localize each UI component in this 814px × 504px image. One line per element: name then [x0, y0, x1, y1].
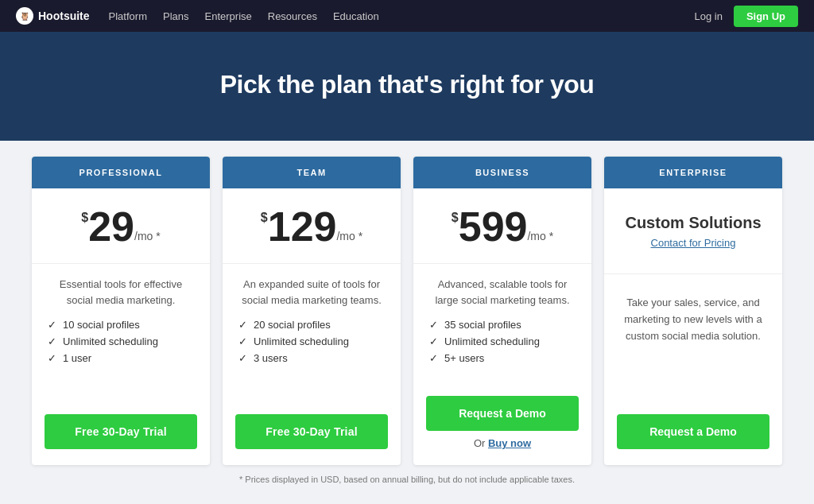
checkmark-icon: ✓	[238, 335, 247, 347]
logo: 🦉 Hootsuite	[16, 7, 90, 25]
plan-header-enterprise: ENTERPRISE	[604, 157, 782, 188]
feature-text: 3 users	[254, 352, 288, 364]
enterprise-contact-link[interactable]: Contact for Pricing	[651, 237, 736, 249]
plan-header-professional: PROFESSIONAL	[32, 157, 210, 188]
price-dollar: $	[81, 211, 88, 225]
feature-text: Unlimited scheduling	[63, 335, 158, 347]
feature-item: ✓ 3 users	[238, 352, 385, 364]
price-number: 129	[268, 206, 337, 247]
navbar: 🦉 Hootsuite PlatformPlansEnterpriseResou…	[0, 0, 814, 32]
feature-item: ✓ 20 social profiles	[238, 319, 385, 331]
demo-button-business[interactable]: Request a Demo	[426, 396, 579, 431]
checkmark-icon: ✓	[429, 352, 438, 364]
login-button[interactable]: Log in	[694, 10, 722, 22]
enterprise-description: Take your sales, service, and marketing …	[620, 287, 766, 352]
price-dollar: $	[261, 211, 268, 225]
feature-text: 20 social profiles	[254, 319, 331, 331]
plan-card-enterprise: ENTERPRISE Custom Solutions Contact for …	[604, 157, 782, 465]
checkmark-icon: ✓	[48, 319, 56, 331]
buy-now-line: Or Buy now	[426, 437, 579, 449]
feature-text: Unlimited scheduling	[444, 335, 540, 347]
logo-icon: 🦉	[16, 7, 33, 25]
plan-body-team: An expanded suite of tools for social me…	[223, 264, 401, 401]
plan-body-enterprise: Take your sales, service, and marketing …	[604, 274, 782, 401]
price-number: 599	[459, 206, 528, 247]
pricing-section: PROFESSIONAL $ 29 /mo * Essential tools …	[0, 141, 814, 504]
pricing-grid: PROFESSIONAL $ 29 /mo * Essential tools …	[32, 157, 782, 465]
checkmark-icon: ✓	[238, 352, 247, 364]
signup-button[interactable]: Sign Up	[734, 6, 798, 27]
plan-description: Advanced, scalable tools for large socia…	[429, 277, 576, 308]
plan-footer-enterprise: Request a Demo	[604, 401, 782, 465]
feature-text: 5+ users	[444, 352, 484, 364]
price-mo: /mo *	[134, 230, 161, 242]
price-dollar: $	[452, 211, 459, 225]
feature-text: 10 social profiles	[63, 319, 140, 331]
feature-item: ✓ Unlimited scheduling	[429, 335, 576, 347]
nav-links: PlatformPlansEnterpriseResourcesEducatio…	[109, 10, 379, 22]
feature-item: ✓ 5+ users	[429, 352, 576, 364]
checkmark-icon: ✓	[429, 335, 438, 347]
nav-link-education[interactable]: Education	[333, 10, 379, 22]
checkmark-icon: ✓	[48, 352, 56, 364]
plan-footer-professional: Free 30-Day Trial	[32, 401, 210, 465]
nav-left: 🦉 Hootsuite PlatformPlansEnterpriseResou…	[16, 7, 379, 25]
nav-link-plans[interactable]: Plans	[163, 10, 189, 22]
plan-price-team: $ 129 /mo *	[223, 188, 401, 264]
plan-header-business: BUSINESS	[413, 157, 591, 188]
hero-title: Pick the plan that's right for you	[16, 70, 798, 99]
feature-list: ✓ 35 social profiles ✓ Unlimited schedul…	[429, 319, 576, 364]
logo-text: Hootsuite	[38, 10, 90, 22]
nav-link-platform[interactable]: Platform	[109, 10, 147, 22]
plan-description: Essential tools for effective social med…	[48, 277, 194, 308]
feature-item: ✓ 10 social profiles	[48, 319, 194, 331]
plan-card-team: TEAM $ 129 /mo * An expanded suite of to…	[223, 157, 401, 465]
nav-link-enterprise[interactable]: Enterprise	[205, 10, 252, 22]
feature-text: Unlimited scheduling	[254, 335, 349, 347]
plan-price-professional: $ 29 /mo *	[32, 188, 210, 264]
checkmark-icon: ✓	[48, 335, 56, 347]
feature-text: 35 social profiles	[444, 319, 521, 331]
buy-now-text: Or	[474, 437, 488, 449]
buy-now-link[interactable]: Buy now	[488, 437, 531, 449]
feature-item: ✓ 35 social profiles	[429, 319, 576, 331]
feature-item: ✓ Unlimited scheduling	[238, 335, 385, 347]
plan-footer-team: Free 30-Day Trial	[223, 401, 401, 465]
demo-button-enterprise[interactable]: Request a Demo	[617, 414, 769, 449]
plan-card-business: BUSINESS $ 599 /mo * Advanced, scalable …	[413, 157, 591, 465]
plan-footer-business: Request a Demo Or Buy now	[413, 383, 591, 465]
checkmark-icon: ✓	[429, 319, 438, 331]
plan-header-team: TEAM	[223, 157, 401, 188]
plan-body-business: Advanced, scalable tools for large socia…	[413, 264, 591, 383]
plan-price-business: $ 599 /mo *	[413, 188, 591, 264]
free-trial-button-team[interactable]: Free 30-Day Trial	[235, 414, 388, 449]
hero-section: Pick the plan that's right for you	[0, 32, 814, 141]
nav-right: Log in Sign Up	[694, 6, 798, 27]
footnote: * Prices displayed in USD, based on annu…	[32, 465, 782, 497]
feature-item: ✓ Unlimited scheduling	[48, 335, 194, 347]
price-number: 29	[88, 206, 134, 247]
feature-text: 1 user	[63, 352, 91, 364]
plan-price-enterprise: Custom Solutions Contact for Pricing	[604, 188, 782, 274]
checkmark-icon: ✓	[238, 319, 247, 331]
feature-item: ✓ 1 user	[48, 352, 194, 364]
feature-list: ✓ 20 social profiles ✓ Unlimited schedul…	[238, 319, 385, 364]
price-mo: /mo *	[336, 230, 362, 242]
enterprise-custom-title: Custom Solutions	[625, 214, 761, 232]
feature-list: ✓ 10 social profiles ✓ Unlimited schedul…	[48, 319, 194, 364]
plan-card-professional: PROFESSIONAL $ 29 /mo * Essential tools …	[32, 157, 210, 465]
plan-body-professional: Essential tools for effective social med…	[32, 264, 210, 401]
nav-link-resources[interactable]: Resources	[268, 10, 317, 22]
free-trial-button-professional[interactable]: Free 30-Day Trial	[45, 414, 197, 449]
plan-description: An expanded suite of tools for social me…	[238, 277, 385, 308]
price-mo: /mo *	[527, 230, 553, 242]
